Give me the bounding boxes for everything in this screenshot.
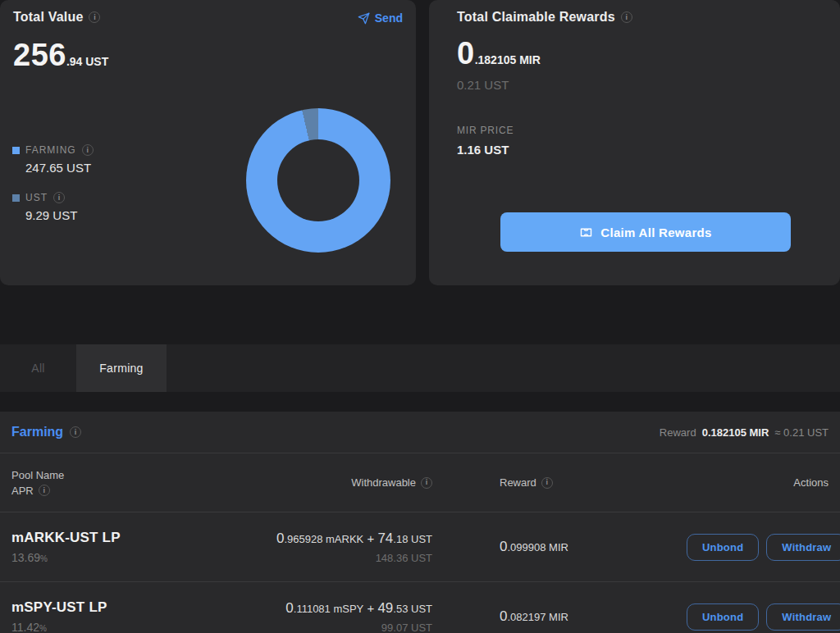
withdraw-button[interactable]: Withdraw xyxy=(766,603,840,631)
header-withdrawable: Withdrawable xyxy=(351,476,416,489)
column-actions: Actions xyxy=(687,476,829,489)
column-reward: Reward i xyxy=(432,476,687,489)
mir-price-value: 1.16 UST xyxy=(457,143,827,157)
info-icon[interactable]: i xyxy=(53,192,65,203)
column-withdrawable: Withdrawable i xyxy=(217,476,432,489)
summary-cards-row: Total Value i Send 256 .94 UST FARMING i… xyxy=(0,0,840,285)
farming-section-title: Farming xyxy=(11,425,63,439)
info-icon[interactable]: i xyxy=(541,477,553,489)
chart-legend: FARMING i 247.65 UST UST i 9.29 UST xyxy=(12,144,94,222)
claim-all-rewards-button[interactable]: Claim All Rewards xyxy=(500,212,791,252)
mir-price-block: MIR PRICE 1.16 UST xyxy=(429,92,840,157)
withdraw-button[interactable]: Withdraw xyxy=(766,534,840,561)
donut-chart xyxy=(246,108,390,253)
reward-summary-approx: ≈ 0.21 UST xyxy=(774,426,829,439)
pool-name: mARKK-UST LP xyxy=(11,530,217,546)
info-icon[interactable]: i xyxy=(39,485,50,496)
claim-icon xyxy=(579,225,593,239)
header-actions: Actions xyxy=(793,476,829,489)
unbond-button[interactable]: Unbond xyxy=(687,603,759,631)
total-value-title: Total Value xyxy=(13,10,83,25)
withdrawable-value: 0.965928 mARKK + 74.18 UST xyxy=(217,531,432,547)
legend-label: FARMING xyxy=(25,144,76,156)
info-icon[interactable]: i xyxy=(621,11,632,23)
reward-summary-value: 0.182105 MIR xyxy=(702,426,769,439)
column-pool-name: Pool Name APRi xyxy=(11,469,217,497)
rewards-title: Total Claimable Rewards xyxy=(457,10,615,25)
table-header: Pool Name APRi Withdrawable i Reward i A… xyxy=(0,453,840,512)
claim-button-label: Claim All Rewards xyxy=(600,225,711,239)
legend-item-farming: FARMING i 247.65 UST xyxy=(12,144,94,175)
total-value-title-wrap: Total Value i xyxy=(13,10,100,25)
header-apr: APR xyxy=(11,485,34,497)
withdrawable-value: 0.111081 mSPY + 49.53 UST xyxy=(217,600,432,617)
total-value-card: Total Value i Send 256 .94 UST FARMING i… xyxy=(0,0,416,285)
reward-summary: Reward 0.182105 MIR ≈ 0.21 UST xyxy=(660,426,829,439)
legend-swatch-farming xyxy=(12,147,20,154)
pool-apr: 13.69% xyxy=(11,551,217,564)
page: { "total_value_card": { "title": "Total … xyxy=(0,0,840,633)
withdrawable-total: 99.07 UST xyxy=(217,622,432,633)
table-row: mARKK-UST LP 13.69% 0.965928 mARKK + 74.… xyxy=(0,512,840,582)
total-value-int: 256 xyxy=(13,38,66,73)
tab-bar: All Farming xyxy=(0,344,840,392)
spacer xyxy=(0,392,840,412)
claimable-rewards-card: Total Claimable Rewards i 0 .182105 MIR … xyxy=(429,0,840,285)
header-reward: Reward xyxy=(500,476,536,489)
spacer xyxy=(0,285,840,344)
tab-farming[interactable]: Farming xyxy=(76,344,167,392)
reward-value: 0.082197 MIR xyxy=(500,608,687,625)
info-icon[interactable]: i xyxy=(70,426,81,438)
send-button[interactable]: Send xyxy=(358,10,403,26)
farming-panel-header: Farming i Reward 0.182105 MIR ≈ 0.21 UST xyxy=(0,412,840,453)
header-pool-name: Pool Name xyxy=(11,469,64,481)
mir-price-label: MIR PRICE xyxy=(457,125,827,136)
rewards-ust-value: 0.21 UST xyxy=(429,71,840,92)
legend-label: UST xyxy=(25,192,48,203)
farming-panel: Farming i Reward 0.182105 MIR ≈ 0.21 UST… xyxy=(0,412,840,633)
legend-item-ust: UST i 9.29 UST xyxy=(12,192,94,222)
info-icon[interactable]: i xyxy=(89,11,100,23)
total-value-amount: 256 .94 UST xyxy=(0,26,416,73)
rewards-fraction: .182105 MIR xyxy=(475,53,541,66)
send-icon xyxy=(358,12,370,25)
legend-value: 247.65 UST xyxy=(25,161,94,175)
send-label: Send xyxy=(375,11,403,25)
legend-value: 9.29 UST xyxy=(25,208,94,222)
total-value-fraction: .94 UST xyxy=(66,55,108,68)
legend-swatch-ust xyxy=(12,194,20,202)
donut-hole xyxy=(277,139,359,221)
unbond-button[interactable]: Unbond xyxy=(687,534,759,561)
info-icon[interactable]: i xyxy=(421,477,432,489)
reward-summary-label: Reward xyxy=(660,426,696,439)
table-row: mSPY-UST LP 11.42% 0.111081 mSPY + 49.53… xyxy=(0,582,840,633)
pool-apr: 11.42% xyxy=(11,621,217,633)
pool-name: mSPY-UST LP xyxy=(11,599,217,616)
tab-all[interactable]: All xyxy=(0,344,76,392)
reward-value: 0.099908 MIR xyxy=(500,539,687,555)
rewards-title-wrap: Total Claimable Rewards i xyxy=(457,10,632,25)
rewards-int: 0 xyxy=(457,36,475,71)
rewards-amount: 0 .182105 MIR xyxy=(429,25,840,71)
withdrawable-total: 148.36 UST xyxy=(217,552,432,564)
info-icon[interactable]: i xyxy=(82,144,94,156)
